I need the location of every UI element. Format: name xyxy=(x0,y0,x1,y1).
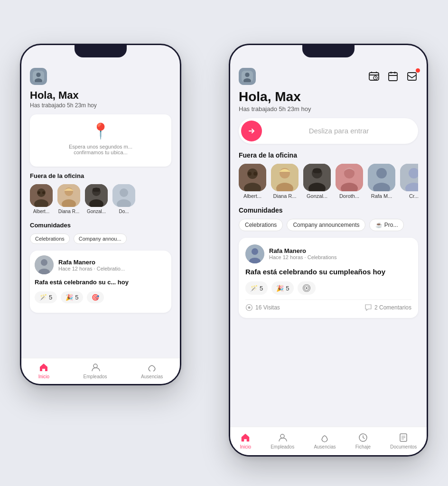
community-pill-announcements[interactable]: Company announcements xyxy=(287,219,365,231)
comments-stat: 2 Comentarios xyxy=(364,304,411,311)
post-reactions: 🪄 5 🎉 5 xyxy=(245,281,411,295)
person-item[interactable]: Albert... xyxy=(30,184,53,214)
person-name: Albert... xyxy=(243,193,261,199)
back-phone: Hola, Max Has trabajado 5h 23m hoy 📍 Esp… xyxy=(20,44,181,385)
slider-button[interactable] xyxy=(241,121,262,141)
phone-content: Hola, Max Has trabajado 5h 23m hoy Desli… xyxy=(230,59,427,427)
home-icon xyxy=(38,362,49,373)
svg-point-57 xyxy=(248,307,251,309)
front-phone: Hola, Max Has trabajado 5h 23m hoy Desli… xyxy=(229,44,428,457)
person-item-albert[interactable]: Albert... xyxy=(239,164,266,199)
employees-icon xyxy=(90,362,101,373)
svg-point-1 xyxy=(36,73,40,77)
nav-item-empleados[interactable]: Empleados xyxy=(84,362,107,379)
svg-point-58 xyxy=(280,434,284,438)
office-section-title: Fuera de la oficina xyxy=(239,151,418,159)
person-avatar xyxy=(303,164,331,191)
user-avatar[interactable] xyxy=(30,68,47,85)
nav-item-fichaje[interactable]: Fichaje xyxy=(355,432,371,449)
svg-point-19 xyxy=(41,259,47,266)
map-card: 📍 Espera unos segundos m...confirmamos t… xyxy=(30,114,171,167)
post-stats: 16 Visitas 2 Comentarios xyxy=(245,299,411,311)
nav-item-empleados[interactable]: Empleados xyxy=(271,432,294,449)
notch xyxy=(302,45,355,57)
nav-item-inicio[interactable]: Inicio xyxy=(240,432,251,449)
post-author-avatar xyxy=(245,244,264,263)
person-item[interactable]: Diana R... xyxy=(57,184,80,214)
checkin-slider[interactable]: Desliza para entrar xyxy=(239,118,418,144)
person-name: Gonzal... xyxy=(87,209,106,214)
documents-icon xyxy=(398,432,409,443)
reaction-target[interactable] xyxy=(298,281,316,295)
svg-point-23 xyxy=(245,73,249,77)
communities-row: Celebrations Company announcements ☕ Pro… xyxy=(239,219,418,231)
people-row: Albert... Diana R... xyxy=(30,184,171,214)
community-pill-celebrations[interactable]: Celebrations xyxy=(30,234,70,244)
bottom-nav: Inicio Empleados xyxy=(21,358,180,384)
nav-item-documentos[interactable]: Documentos xyxy=(390,432,417,449)
post-reactions: 🪄 5 🎉 5 🎯 xyxy=(35,291,167,303)
communities-section-title: Comunidades xyxy=(30,222,171,229)
person-avatar xyxy=(271,164,299,191)
person-name: Albert... xyxy=(33,209,49,214)
svg-point-55 xyxy=(306,287,308,289)
header xyxy=(30,65,171,85)
communities-row: Celebrations Company annou... xyxy=(30,234,171,244)
person-name: Rafa M... xyxy=(371,193,392,199)
views-count: 16 Visitas xyxy=(255,304,280,311)
calendar-icon-btn[interactable] xyxy=(387,70,399,83)
svg-point-33 xyxy=(253,172,257,176)
post-author-avatar xyxy=(35,255,54,274)
nav-item-ausencias[interactable]: Ausencias xyxy=(141,362,163,379)
svg-point-45 xyxy=(376,168,387,178)
people-row: Albert... Diana R... xyxy=(239,164,418,199)
reaction-wand[interactable]: 🪄 5 xyxy=(245,281,268,295)
nav-item-ausencias[interactable]: Ausencias xyxy=(314,432,336,449)
post-header: Rafa Manero Hace 12 horas · Celebratio..… xyxy=(35,255,167,274)
person-item[interactable]: Gonzal... xyxy=(85,184,108,214)
clock-nav-icon xyxy=(358,432,368,443)
reaction-count: 5 xyxy=(286,285,289,292)
post-meta-sub: Hace 12 horas · Celebratio... xyxy=(58,266,125,271)
person-avatar xyxy=(85,184,108,207)
person-item[interactable]: Do... xyxy=(112,184,135,214)
clock-icon-btn[interactable] xyxy=(368,70,380,83)
map-pin-icon: 📍 xyxy=(91,122,110,140)
nav-item-inicio[interactable]: Inicio xyxy=(38,362,49,379)
inbox-icon-btn[interactable] xyxy=(406,70,418,83)
person-item-rafam[interactable]: Rafa M... xyxy=(368,164,395,199)
person-name: Do... xyxy=(119,209,129,214)
header xyxy=(239,65,418,85)
header-icons xyxy=(368,70,418,83)
post-meta: Rafa Manero Hace 12 horas · Celebrations xyxy=(269,247,336,260)
svg-rect-40 xyxy=(313,168,321,173)
post-title: Rafa está celebrando su cumpleaños hoy xyxy=(245,267,411,277)
comments-count: 2 Comentarios xyxy=(374,304,411,311)
absences-icon xyxy=(319,432,330,443)
person-item-diana[interactable]: Diana R... xyxy=(271,164,299,199)
person-name: Cr... xyxy=(409,193,418,199)
nav-label: Empleados xyxy=(271,444,294,449)
communities-section-title: Comunidades xyxy=(239,206,418,214)
reaction-target[interactable]: 🎯 xyxy=(87,291,104,303)
person-item-cr[interactable]: Cr... xyxy=(400,164,418,199)
user-avatar[interactable] xyxy=(239,68,256,85)
reaction-party[interactable]: 🎉 5 xyxy=(61,291,83,303)
svg-point-16 xyxy=(120,188,128,197)
post-card: Rafa Manero Hace 12 horas · Celebratio..… xyxy=(30,251,171,313)
svg-point-6 xyxy=(37,191,40,194)
community-pill-announcements[interactable]: Company annou... xyxy=(74,234,127,244)
greeting-subtitle: Has trabajado 5h 23m hoy xyxy=(239,105,418,112)
reaction-party[interactable]: 🎉 5 xyxy=(271,281,294,295)
svg-point-7 xyxy=(42,191,45,194)
reaction-wand[interactable]: 🪄 5 xyxy=(35,291,57,303)
person-item-gonzal[interactable]: Gonzal... xyxy=(303,164,331,199)
person-avatar xyxy=(400,164,418,191)
community-pill-celebrations[interactable]: Celebrations xyxy=(239,219,283,231)
community-pill-more[interactable]: ☕ Pro... xyxy=(369,219,404,231)
post-author-name: Rafa Manero xyxy=(58,259,125,266)
phone-content: Hola, Max Has trabajado 5h 23m hoy 📍 Esp… xyxy=(21,59,180,384)
person-item-doroth[interactable]: Doroth... xyxy=(336,164,363,199)
svg-point-32 xyxy=(248,172,252,176)
post-meta-sub: Hace 12 horas · Celebrations xyxy=(269,254,336,260)
